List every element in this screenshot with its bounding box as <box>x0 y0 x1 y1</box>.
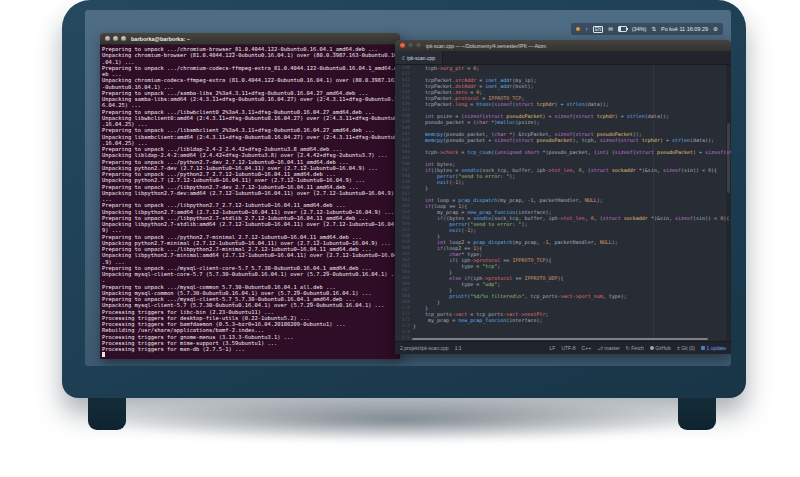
status-grammar[interactable]: C++ <box>582 345 591 351</box>
cpp-file-icon: C <box>402 55 405 61</box>
code-row: 542 memcpy(pseudo_packet + sizeof(struct… <box>395 137 731 143</box>
update-icon <box>701 346 705 350</box>
atom-window-title: ipk-scan.cpp — ~/Dokumenty/4.semester/IP… <box>426 43 546 49</box>
status-git-branch[interactable]: ⎇ master <box>597 345 620 351</box>
terminal-line: Unpacking samba-libs:amd64 (2:4.3.11+dfs… <box>102 96 400 102</box>
status-cursor-position[interactable]: 1:1 <box>455 345 462 351</box>
atom-titlebar[interactable]: ipk-scan.cpp — ~/Dokumenty/4.semester/IP… <box>395 40 731 51</box>
terminal-line: Unpacking libpython2.7-minimal:amd64 (2.… <box>102 252 400 258</box>
battery-icon[interactable] <box>618 26 627 32</box>
status-encoding[interactable]: UTF-8 <box>561 345 575 351</box>
fetch-icon: ↻ <box>626 345 630 351</box>
system-tray: ↑ EN ✉ (34%) ⇅ Po kvě 11 16:09:29 ⚙ <box>571 23 723 35</box>
terminal-line: Unpacking libldap-2.4-2:amd64 (2.4.42+df… <box>102 152 400 158</box>
status-fetch[interactable]: ↻ Fetch <box>626 345 644 351</box>
atom-tabbar: C ipk-scan.cpp <box>395 51 731 65</box>
code-text: memcpy(pseudo_packet + sizeof(struct pse… <box>413 137 714 143</box>
code-text: my_pcap = new_pcap_funcion(interface); <box>413 317 542 323</box>
atom-statusbar: 2.projekt/ipk-scan.cpp 1:1 LF UTF-8 C++ … <box>395 341 731 354</box>
terminal-window: barborka@barborka: ~ Preparing to unpack… <box>100 33 400 358</box>
terminal-line: Unpacking libpython2.7:amd64 (2.7.12-1ub… <box>102 209 400 215</box>
code-text: tcpPacket.leng = htons(sizeof(struct tcp… <box>413 101 609 107</box>
terminal-maximize-button[interactable] <box>121 36 126 41</box>
terminal-line: Unpacking chromium-browser (81.0.4044.12… <box>102 52 400 58</box>
desktop-screen: ↑ EN ✉ (34%) ⇅ Po kvě 11 16:09:29 ⚙ barb… <box>85 10 731 366</box>
code-editor[interactable]: 530 tcph->urg_ptr = 0;531532 tcpPacket.s… <box>395 65 731 341</box>
terminal-line: Preparing to unpack .../libsmbclient_2%3… <box>102 127 400 133</box>
code-row: 544 tcph->check = tcp_csum((unsigned sho… <box>395 149 731 155</box>
clock[interactable]: Po kvě 11 16:09:29 <box>661 26 708 32</box>
terminal-cursor-line <box>102 352 400 358</box>
upload-arrow-icon[interactable]: ↑ <box>585 26 588 32</box>
terminal-line: Unpacking python2.7 (2.7.12-1ubuntu0~16.… <box>102 177 400 183</box>
session-gear-icon[interactable]: ⚙ <box>713 26 718 32</box>
network-arrows-icon[interactable]: ⇅ <box>651 26 656 32</box>
laptop-floor-shadow <box>95 398 705 442</box>
keyboard-layout-indicator[interactable]: EN <box>593 26 603 33</box>
terminal-titlebar[interactable]: barborka@barborka: ~ <box>100 33 400 45</box>
github-icon <box>650 346 654 350</box>
code-text: tcph->urg_ptr = 0; <box>413 65 479 71</box>
terminal-line: Unpacking libsmbclient:amd64 (2:4.3.11+d… <box>102 134 400 140</box>
terminal-line: Preparing to unpack .../libpython2.7-dev… <box>102 184 400 190</box>
tab-label: ipk-scan.cpp <box>407 55 435 61</box>
status-file-path[interactable]: 2.projekt/ipk-scan.cpp <box>400 345 449 351</box>
vertical-scrollbar-thumb[interactable] <box>727 123 730 193</box>
mail-icon[interactable]: ✉ <box>608 26 613 32</box>
code-text: pseudo_packet = (char *)malloc(psize); <box>413 119 539 125</box>
wrap-guide <box>653 65 654 341</box>
atom-minimize-button[interactable] <box>408 43 413 48</box>
terminal-output[interactable]: Preparing to unpack .../chromium-browser… <box>100 45 400 359</box>
code-text: tcph->check = tcp_csum((unsigned short *… <box>413 149 731 155</box>
vertical-scrollbar[interactable] <box>726 65 731 341</box>
terminal-line: Preparing to unpack .../chromium-codecs-… <box>102 65 400 71</box>
atom-window: ipk-scan.cpp — ~/Dokumenty/4.semester/IP… <box>395 40 731 352</box>
code-lines: 530 tcph->urg_ptr = 0;531532 tcpPacket.s… <box>395 65 731 341</box>
terminal-line: Preparing to unpack .../python2.7-minima… <box>102 234 400 240</box>
terminal-cursor <box>102 352 105 357</box>
line-number: 575 <box>395 335 413 341</box>
laptop-frame: ↑ EN ✉ (34%) ⇅ Po kvě 11 16:09:29 ⚙ barb… <box>62 0 746 398</box>
git-diff-icon: ± <box>677 345 680 351</box>
battery-percentage: (34%) <box>632 26 647 32</box>
tab-ipk-scan-cpp[interactable]: C ipk-scan.cpp <box>395 51 443 64</box>
status-git[interactable]: ± Git (0) <box>677 345 695 351</box>
status-line-ending[interactable]: LF <box>550 345 556 351</box>
atom-maximize-button[interactable] <box>416 43 421 48</box>
terminal-line: Preparing to unpack .../libwbclient0_2%3… <box>102 109 400 115</box>
branch-icon: ⎇ <box>597 345 603 351</box>
terminal-line: Unpacking libpython2.7-dev:amd64 (2.7.12… <box>102 190 400 196</box>
terminal-line: Unpacking libpython2.7-stdlib:amd64 (2.7… <box>102 221 400 227</box>
terminal-line: Unpacking mysql-client-core-5.7 (5.7.30-… <box>102 271 400 277</box>
terminal-line: Unpacking chromium-codecs-ffmpeg-extra (… <box>102 77 400 83</box>
atom-close-button[interactable] <box>400 43 405 48</box>
code-text: printf("%d/%s filtered\n", tcp_ports->ac… <box>413 293 627 299</box>
code-text: } <box>413 323 416 329</box>
horizontal-scrollbar[interactable] <box>412 338 708 340</box>
terminal-close-button[interactable] <box>105 36 110 41</box>
terminal-minimize-button[interactable] <box>113 36 118 41</box>
terminal-line: Unpacking mysql-client-5.7 (5.7.30-0ubun… <box>102 302 400 308</box>
status-update[interactable]: 1 update <box>701 345 726 351</box>
code-text: } <box>413 185 428 191</box>
terminal-title: barborka@barborka: ~ <box>131 36 190 42</box>
status-github[interactable]: GitHub <box>650 345 671 351</box>
app-indicator-icon[interactable] <box>576 27 580 31</box>
